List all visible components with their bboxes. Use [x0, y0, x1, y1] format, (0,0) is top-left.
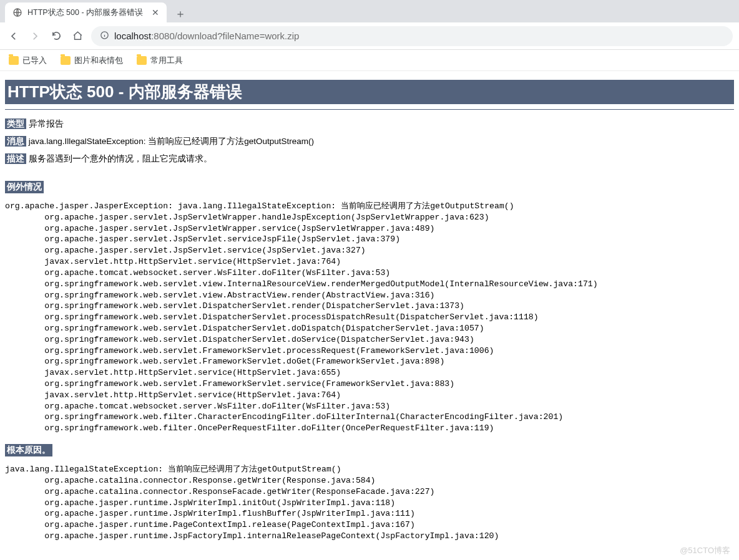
- description-value: 服务器遇到一个意外的情况，阻止它完成请求。: [29, 154, 212, 163]
- divider: [5, 109, 734, 110]
- tab-title: HTTP状态 500 - 内部服务器错误: [27, 7, 143, 18]
- new-tab-button[interactable]: ＋: [172, 5, 189, 22]
- error-heading: HTTP状态 500 - 内部服务器错误: [5, 80, 734, 104]
- browser-chrome: HTTP状态 500 - 内部服务器错误 ✕ ＋: [0, 0, 739, 22]
- bookmark-label: 常用工具: [150, 55, 183, 66]
- description-label: 描述: [5, 153, 26, 164]
- back-button[interactable]: [6, 29, 21, 44]
- folder-icon: [61, 56, 71, 65]
- url-port: :8080: [151, 31, 175, 41]
- browser-tab[interactable]: HTTP状态 500 - 内部服务器错误 ✕: [5, 2, 167, 22]
- folder-icon: [9, 56, 19, 65]
- bookmark-label: 已导入: [22, 55, 47, 66]
- rootcause-label: 根本原因。: [5, 444, 52, 456]
- bookmark-item[interactable]: 图片和表情包: [61, 55, 123, 66]
- type-label: 类型: [5, 118, 26, 129]
- browser-toolbar: localhost:8080/download?fileName=work.zi…: [0, 22, 739, 50]
- description-row: 描述 服务器遇到一个意外的情况，阻止它完成请求。: [5, 153, 734, 165]
- bookmark-item[interactable]: 常用工具: [137, 55, 183, 66]
- rootcause-stacktrace: java.lang.IllegalStateException: 当前响应已经调…: [5, 464, 734, 542]
- site-info-icon[interactable]: [100, 31, 109, 42]
- bookmark-item[interactable]: 已导入: [9, 55, 47, 66]
- close-tab-icon[interactable]: ✕: [152, 7, 159, 17]
- globe-icon: [12, 7, 22, 17]
- url-host: localhost: [114, 31, 151, 41]
- reload-button[interactable]: [49, 29, 64, 44]
- message-value: java.lang.IllegalStateException: 当前响应已经调…: [29, 137, 314, 146]
- home-button[interactable]: [70, 29, 85, 44]
- exception-label: 例外情况: [5, 181, 44, 193]
- url-path: /download?fileName=work.zip: [175, 31, 300, 41]
- exception-stacktrace: org.apache.jasper.JasperException: java.…: [5, 201, 734, 434]
- type-value: 异常报告: [29, 119, 64, 128]
- url-text: localhost:8080/download?fileName=work.zi…: [114, 31, 299, 41]
- folder-icon: [137, 56, 147, 65]
- address-bar[interactable]: localhost:8080/download?fileName=work.zi…: [91, 26, 733, 46]
- message-label: 消息: [5, 136, 26, 147]
- page-body: HTTP状态 500 - 内部服务器错误 类型 异常报告 消息 java.lan…: [0, 80, 739, 560]
- forward-button[interactable]: [27, 29, 42, 44]
- bookmarks-bar: 已导入 图片和表情包 常用工具: [0, 50, 739, 71]
- tab-strip: HTTP状态 500 - 内部服务器错误 ✕ ＋: [0, 0, 739, 22]
- type-row: 类型 异常报告: [5, 118, 734, 130]
- bookmark-label: 图片和表情包: [74, 55, 123, 66]
- message-row: 消息 java.lang.IllegalStateException: 当前响应…: [5, 136, 734, 147]
